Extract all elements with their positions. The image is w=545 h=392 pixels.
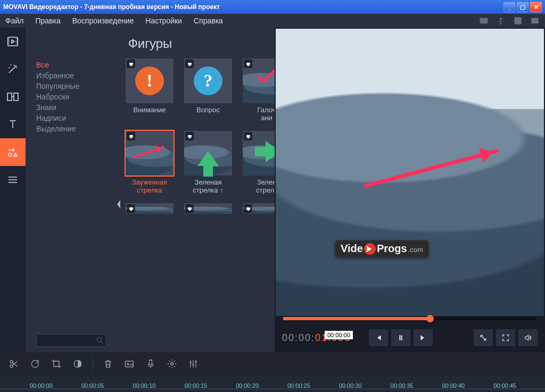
svg-rect-2 [514,17,522,24]
window-maximize-button[interactable]: ▢ [517,2,529,12]
window-minimize-button[interactable]: _ [503,2,515,12]
shape-tile[interactable]: Зеленая стрелка ↑ [184,131,232,200]
shape-label: Внимание [126,103,174,124]
shape-label: Зеленая стрелка ↑ [184,176,232,197]
pause-button[interactable] [391,329,410,346]
shape-label: Вопрос [184,103,232,124]
shape-label: Зелен стрелк [243,176,275,197]
svg-point-8 [9,153,12,156]
share-youtube-icon[interactable] [479,16,489,26]
svg-point-9 [97,338,102,342]
popout-button[interactable] [474,329,493,346]
share-ok-icon[interactable] [496,16,506,26]
shape-tile[interactable]: ! Внимание [126,59,174,128]
filter-item[interactable]: Популярные [36,81,106,91]
shape-tile[interactable]: Галоч ани [243,59,275,128]
favorite-icon[interactable] [127,60,135,68]
equalizer-button[interactable] [184,355,203,373]
svg-rect-6 [7,93,12,101]
shapes-panel: Фигуры Все Избранное Популярные Наброски… [26,28,275,352]
cut-button[interactable] [4,355,23,373]
share-vk-icon[interactable] [513,16,523,26]
menu-bar: Файл Правка Воспроизведение Настройки Сп… [0,14,545,28]
preview-panel: 00:00:01.086 00:00:00 [275,28,545,352]
timeline-tracks[interactable]: Перетащите медиафайлы сюда [0,389,545,392]
favorite-icon[interactable] [244,132,252,140]
watermark-badge: VideProgs.com [335,240,428,257]
preview-shape-arrow[interactable] [364,148,499,188]
menu-file[interactable]: Файл [5,16,23,25]
panel-title: Фигуры [26,28,275,56]
svg-point-16 [171,363,174,365]
separator [93,357,93,371]
crop-button[interactable] [47,355,66,373]
category-transitions-button[interactable] [0,83,26,111]
timeline-ruler[interactable]: 00:00:00 00:00:05 00:00:10 00:00:15 00:0… [0,376,545,389]
volume-button[interactable] [518,329,538,346]
window-titlebar: MOVAVI Видеоредактор - 7-дневная пробная… [0,0,545,14]
menu-help[interactable]: Справка [194,16,223,25]
timecode: 00:00:01.086 00:00:00 [282,332,351,344]
seek-knob[interactable] [426,315,434,322]
shape-label: Зауженная стрелка [126,176,174,197]
filter-item[interactable]: Знаки [36,102,106,113]
window-close-button[interactable]: ✕ [530,2,542,12]
timecode-tooltip: 00:00:00 [325,331,353,339]
next-button[interactable] [414,329,433,346]
svg-point-4 [533,20,534,21]
prev-button[interactable] [369,329,388,346]
shape-tile[interactable]: Зелен стрелк [243,131,275,200]
menu-edit[interactable]: Правка [35,16,60,25]
shape-tile[interactable] [243,203,275,214]
filter-list: Все Избранное Популярные Наброски Знаки … [26,56,114,352]
category-bar [0,28,26,352]
clip-settings-button[interactable] [162,355,181,373]
category-shapes-button[interactable] [0,138,26,166]
window-title: MOVAVI Видеоредактор - 7-дневная пробная… [3,3,220,11]
menu-playback[interactable]: Воспроизведение [72,16,134,25]
preview-canvas[interactable] [276,29,544,316]
svg-rect-7 [14,93,18,101]
filter-item[interactable]: Все [36,60,106,70]
favorite-icon[interactable] [185,204,194,213]
favorite-icon[interactable] [185,60,194,68]
category-filters-button[interactable] [0,55,26,83]
svg-rect-15 [150,360,152,365]
shape-tile[interactable] [184,203,232,214]
svg-rect-3 [531,18,539,24]
play-icon [364,243,376,255]
pager-prev-icon[interactable] [115,199,122,210]
delete-button[interactable] [98,355,118,373]
favorite-icon[interactable] [244,60,252,68]
share-generic-icon[interactable] [530,16,540,26]
shape-tile[interactable] [126,203,174,214]
category-media-button[interactable] [0,28,26,55]
filter-item[interactable]: Наброски [36,91,106,102]
timeline: 00:00:00 00:00:05 00:00:10 00:00:15 00:0… [0,376,545,392]
color-button[interactable] [68,355,87,373]
filter-item[interactable]: Избранное [36,70,106,81]
filter-item[interactable]: Надписи [36,113,106,123]
shape-tile[interactable]: Зауженная стрелка [126,131,174,200]
category-more-button[interactable] [0,166,26,194]
svg-point-14 [127,363,129,365]
filter-item[interactable]: Выделение [36,123,106,134]
favorite-icon[interactable] [127,132,135,140]
rotate-button[interactable] [26,355,45,373]
menu-settings[interactable]: Настройки [145,16,182,25]
svg-point-1 [500,18,502,20]
favorite-icon[interactable] [127,204,135,213]
favorite-icon[interactable] [185,132,194,140]
shape-tile[interactable]: ? Вопрос [184,59,232,128]
record-mic-button[interactable] [141,355,160,373]
shapes-grid: ! Внимание ? Вопрос Галоч ани Зауженная … [123,56,275,352]
favorite-icon[interactable] [244,204,252,213]
tool-row [0,352,545,376]
search-icon [96,336,104,345]
fullscreen-button[interactable] [496,329,515,346]
category-titles-button[interactable] [0,111,26,138]
seek-bar[interactable] [283,317,536,320]
snapshot-button[interactable] [120,355,139,373]
shape-label: Галоч ани [243,103,275,124]
filter-search [36,334,106,347]
